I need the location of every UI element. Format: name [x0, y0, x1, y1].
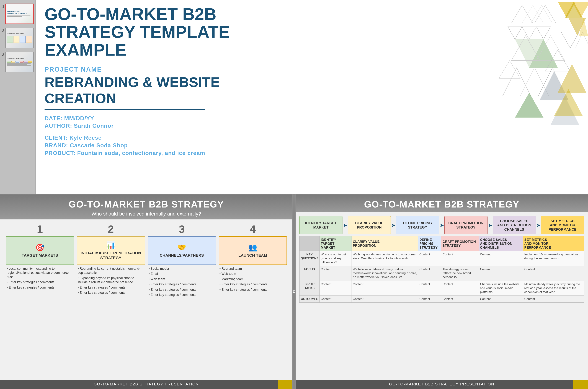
footer-accent — [278, 380, 292, 389]
flow-label-3: DEFINE PRICINGSTRATEGY — [403, 221, 432, 229]
col-target-markets: 1 🎯 TARGET MARKETS Local community – exp… — [6, 224, 74, 298]
row-label-outcomes: OUTCOMES — [300, 295, 320, 302]
col-number-2: 2 — [108, 224, 114, 235]
client-info: CLIENT: Kyle Reese BRAND: Cascade Soda S… — [44, 134, 258, 156]
row-label-focus: FOCUS — [300, 266, 320, 281]
col-bullets-1: Local community – expanding to regional/… — [6, 267, 74, 291]
col-header-3: DEFINE PRICINGSTRATEGY — [418, 236, 441, 251]
slide3-footer-text: GO-TO-MARKET B2B STRATEGY PRESENTATION — [389, 382, 494, 387]
cell-tasks-5: Channels include the website and various… — [479, 281, 523, 295]
flow-step-4: CRAFT PROMOTIONSTRATEGY — [444, 216, 487, 234]
strategy-table: IDENTIFY TARGETMARKET CLARIFY VALUEPROPO… — [299, 236, 584, 303]
flow-label-2: CLARIFY VALUEPROPOSITION — [355, 221, 383, 229]
table-row-outcomes: OUTCOMES Content Content Content Content… — [300, 295, 584, 302]
col-header-5: CHOOSE SALESAND DISTRIBUTIONCHANNELS — [479, 236, 523, 251]
slide2-title: GO-TO-MARKET B2B STRATEGY — [7, 199, 285, 210]
svg-marker-0 — [511, 5, 533, 23]
slide2-subtitle: Who should be involved internally and ex… — [7, 211, 285, 217]
flow-arrow-3: ➤ — [439, 222, 444, 228]
date-field: DATE: MM/DD/YY — [44, 115, 258, 122]
flow-label-1: IDENTIFY TARGETMARKET — [305, 221, 337, 229]
table-row-kq: KEYQUESTIONS Who are our target groups a… — [300, 251, 584, 266]
cell-focus-5: Content — [479, 266, 523, 281]
bullet-4-4: Enter key strategies / comments — [219, 288, 286, 292]
cell-kq-2: We bring world-class confections to your… — [351, 251, 418, 266]
flow-step-2: CLARIFY VALUEPROPOSITION — [348, 216, 391, 234]
svg-marker-1 — [535, 5, 556, 23]
bullet-1-1: Enter key strategies / comments — [7, 280, 73, 284]
cell-tasks-6: Maintain steady weekly activity during t… — [523, 281, 584, 295]
bullet-1-0: Local community – expanding to regional/… — [7, 267, 73, 279]
cell-focus-3: Content — [418, 266, 441, 281]
bullet-2-0: Rebranding its current nostalgic mom-and… — [77, 267, 144, 275]
penetration-icon: 📊 — [106, 241, 115, 249]
table-row-focus: FOCUS Content We believe in old-world fa… — [300, 266, 584, 281]
slide-thumb-3[interactable]: GO-TO-MARKET B2B STRATEGY — [5, 52, 34, 72]
col-header-0 — [300, 236, 320, 251]
col-number-1: 1 — [37, 224, 43, 235]
flow-arrow-5: ➤ — [536, 222, 541, 228]
project-name: REBRANDING & WEBSITE CREATION — [44, 74, 258, 106]
svg-marker-10 — [515, 27, 529, 39]
slide-2: GO-TO-MARKET B2B STRATEGY Who should be … — [0, 194, 293, 389]
cell-tasks-2: Content — [351, 281, 418, 295]
target-markets-box: 🎯 TARGET MARKETS — [6, 236, 74, 265]
bullet-4-3: Enter key strategies / comments — [219, 282, 286, 286]
cell-outcomes-3: Content — [418, 295, 441, 302]
cell-outcomes-1: Content — [320, 295, 352, 302]
bullet-3-1: Email — [149, 272, 215, 276]
col-number-3: 3 — [179, 224, 185, 235]
slide2-header: GO-TO-MARKET B2B STRATEGY Who should be … — [0, 194, 292, 220]
bullet-4-0: Rebrand team — [219, 267, 286, 271]
col-market-penetration: 2 📊 INITIAL MARKET PENETRATION STRATEGY … — [77, 224, 145, 298]
slide3-title: GO-TO-MARKET B2B STRATEGY — [303, 199, 581, 210]
top-section: 1 GO-TO-MARKET B2B STRATEGY TEMPLATE EXA… — [0, 0, 588, 194]
thumb-line — [7, 64, 27, 65]
slide-content: GO-TO-MARKET B2B STRATEGY TEMPLATE EXAMP… — [44, 5, 258, 156]
cell-outcomes-5: Content — [479, 295, 523, 302]
svg-marker-27 — [499, 61, 520, 78]
cell-outcomes-6: Content — [523, 295, 584, 302]
cell-focus-2: We believe in old-world family tradition… — [351, 266, 418, 281]
cell-tasks-3: Content — [418, 281, 441, 295]
slide-thumb-2[interactable]: GO-TO-MARKET B2B STRATEGY — [5, 28, 34, 48]
slide2-footer-text: GO-TO-MARKET B2B STRATEGY PRESENTATION — [94, 382, 199, 387]
bullet-4-2: Marketing team — [219, 277, 286, 281]
cell-outcomes-4: Content — [441, 295, 479, 302]
launch-icon: 👥 — [248, 243, 257, 252]
product-field: PRODUCT: Fountain soda, confectionary, a… — [44, 150, 258, 156]
slide-number-3: 3 — [2, 53, 4, 57]
col-label-3: CHANNELS/PARTNERS — [160, 253, 204, 258]
flow-label-6: SET METRICSAND MONITORPERFORMANCE — [549, 219, 577, 231]
row-label-tasks: INPUT/TASKS — [300, 281, 320, 295]
sidebar: 1 GO-TO-MARKET B2B STRATEGY TEMPLATE EXA… — [0, 0, 36, 194]
cell-focus-4: The strategy should reflect the new bran… — [441, 266, 479, 281]
col-number-4: 4 — [250, 224, 256, 235]
cell-focus-1: Content — [320, 266, 352, 281]
bullet-3-2: Web team — [149, 277, 215, 281]
col-bullets-2: Rebranding its current nostalgic mom-and… — [77, 267, 145, 296]
slide3-footer: GO-TO-MARKET B2B STRATEGY PRESENTATION — [296, 380, 588, 389]
author-field: AUTHOR: Sarah Connor — [44, 123, 258, 129]
bullet-2-1: Expanding beyond its physical shop to in… — [77, 276, 144, 285]
thumb-line — [7, 16, 22, 17]
svg-marker-25 — [558, 64, 586, 93]
flow-step-1: IDENTIFY TARGETMARKET — [299, 216, 343, 234]
cell-kq-4: Content — [441, 251, 479, 266]
launch-team-box: 👥 LAUNCH TEAM — [219, 236, 287, 265]
slide3-header: GO-TO-MARKET B2B STRATEGY — [296, 194, 588, 212]
brand-field: BRAND: Cascade Soda Shop — [44, 142, 258, 149]
thumb-line — [7, 15, 31, 16]
slide2-footer: GO-TO-MARKET B2B STRATEGY PRESENTATION — [0, 380, 292, 389]
svg-marker-8 — [522, 27, 536, 39]
flow-label-4: CRAFT PROMOTIONSTRATEGY — [448, 221, 484, 229]
meta-info: DATE: MM/DD/YY AUTHOR: Sarah Connor — [44, 115, 258, 129]
row-label-kq: KEYQUESTIONS — [300, 251, 320, 266]
thumb-line — [7, 64, 31, 64]
slide-thumb-1[interactable]: GO-TO-MARKET B2B STRATEGY TEMPLATE EXAMP… — [5, 3, 34, 24]
strategy-grid: 1 🎯 TARGET MARKETS Local community – exp… — [0, 220, 292, 301]
flow-step-3: DEFINE PRICINGSTRATEGY — [396, 216, 439, 234]
col-bullets-3: Social media Email Web team Enter key st… — [148, 267, 216, 298]
col-header-2: CLARIFY VALUEPROPOSITION — [351, 236, 418, 251]
thumb-line — [7, 65, 31, 66]
